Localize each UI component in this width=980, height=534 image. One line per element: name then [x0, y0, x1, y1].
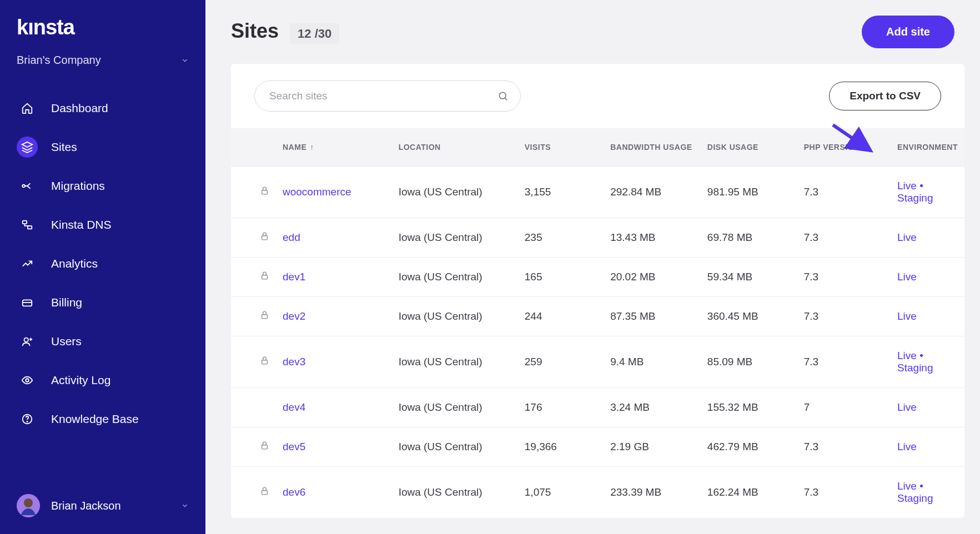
user-menu[interactable]: Brian Jackson — [0, 483, 205, 534]
env-link[interactable]: Live — [897, 180, 917, 192]
col-name[interactable]: NAME↑ — [276, 128, 392, 167]
table-row[interactable]: dev3Iowa (US Central)2599.4 MB85.09 MB7.… — [231, 336, 964, 388]
site-link[interactable]: dev5 — [283, 441, 305, 452]
site-link[interactable]: woocommerce — [283, 186, 351, 198]
col-php[interactable]: PHP VERSION — [797, 128, 891, 167]
env-link[interactable]: Live — [897, 310, 917, 322]
cell-name: woocommerce — [276, 167, 392, 218]
sidebar-item-dashboard[interactable]: Dashboard — [0, 89, 205, 128]
env-link[interactable]: Staging — [897, 492, 933, 504]
sidebar-item-label: Dashboard — [51, 102, 108, 115]
cell-php: 7.3 — [797, 167, 891, 218]
sidebar-item-label: Analytics — [51, 257, 98, 270]
logo-text: kınsta — [17, 16, 189, 39]
svg-line-15 — [505, 98, 507, 100]
site-link[interactable]: edd — [283, 231, 300, 243]
cell-env: Live • Staging — [891, 467, 964, 518]
env-link[interactable]: Staging — [897, 192, 933, 204]
sidebar-item-analytics[interactable]: Analytics — [0, 244, 205, 283]
site-link[interactable]: dev3 — [283, 356, 305, 367]
chevron-down-icon — [181, 57, 189, 64]
cell-location: Iowa (US Central) — [392, 467, 518, 518]
company-selector[interactable]: Brian's Company — [0, 49, 205, 83]
cell-bandwidth: 13.43 MB — [604, 218, 701, 258]
site-link[interactable]: dev4 — [283, 401, 305, 413]
col-location[interactable]: LOCATION — [392, 128, 518, 167]
cell-visits: 19,366 — [518, 427, 604, 467]
merge-icon — [21, 180, 33, 192]
sidebar-item-billing[interactable]: Billing — [0, 283, 205, 322]
cell-name: dev2 — [276, 297, 392, 336]
svg-rect-4 — [23, 300, 32, 306]
cell-php: 7.3 — [797, 297, 891, 336]
svg-rect-19 — [262, 315, 268, 319]
dns-icon — [21, 219, 33, 231]
cell-env: Live — [891, 258, 964, 297]
sidebar-item-knowledge[interactable]: Knowledge Base — [0, 400, 205, 439]
env-link[interactable]: Staging — [897, 362, 933, 374]
env-link[interactable]: Live — [897, 401, 917, 413]
cell-location: Iowa (US Central) — [392, 336, 518, 388]
table-row[interactable]: dev5Iowa (US Central)19,3662.19 GB462.79… — [231, 427, 964, 467]
cell-bandwidth: 3.24 MB — [604, 388, 701, 427]
svg-rect-21 — [262, 445, 268, 449]
env-link[interactable]: Live — [897, 441, 917, 452]
site-link[interactable]: dev1 — [283, 271, 305, 283]
col-disk[interactable]: DISK USAGE — [701, 128, 797, 167]
cell-name: dev1 — [276, 258, 392, 297]
col-lock — [231, 128, 276, 167]
env-link[interactable]: Live — [897, 271, 917, 283]
cell-env: Live • Staging — [891, 336, 964, 388]
svg-rect-20 — [262, 360, 268, 364]
svg-rect-16 — [262, 190, 268, 194]
site-link[interactable]: dev6 — [283, 486, 305, 498]
cell-env: Live • Staging — [891, 167, 964, 218]
sidebar-item-sites[interactable]: Sites — [0, 128, 205, 167]
cell-visits: 259 — [518, 336, 604, 388]
table-row[interactable]: eddIowa (US Central)23513.43 MB69.78 MB7… — [231, 218, 964, 258]
site-link[interactable]: dev2 — [283, 310, 305, 322]
avatar — [17, 494, 40, 517]
cell-name: dev3 — [276, 336, 392, 388]
sites-card: Export to CSV NAME↑ LOCATION VISITS BAND… — [231, 64, 964, 518]
col-visits[interactable]: VISITS — [518, 128, 604, 167]
cell-disk: 360.45 MB — [701, 297, 797, 336]
sidebar-item-users[interactable]: Users — [0, 322, 205, 361]
col-bandwidth[interactable]: BANDWIDTH USAGE — [604, 128, 701, 167]
cell-lock — [231, 218, 276, 258]
svg-rect-2 — [23, 221, 27, 224]
cell-visits: 165 — [518, 258, 604, 297]
search-input[interactable] — [254, 80, 521, 112]
col-environment[interactable]: ENVIRONMENT — [891, 128, 964, 167]
table-row[interactable]: dev2Iowa (US Central)24487.35 MB360.45 M… — [231, 297, 964, 336]
sort-asc-icon: ↑ — [310, 143, 314, 152]
sidebar-item-migrations[interactable]: Migrations — [0, 167, 205, 205]
env-link[interactable]: Live — [897, 231, 917, 243]
table-row[interactable]: dev1Iowa (US Central)16520.02 MB59.34 MB… — [231, 258, 964, 297]
table-row[interactable]: woocommerceIowa (US Central)3,155292.84 … — [231, 167, 964, 218]
export-csv-button[interactable]: Export to CSV — [829, 82, 941, 110]
cell-lock — [231, 167, 276, 218]
cell-php: 7.3 — [797, 427, 891, 467]
cell-disk: 155.32 MB — [701, 388, 797, 427]
env-link[interactable]: Live — [897, 480, 917, 492]
table-row[interactable]: dev6Iowa (US Central)1,075233.39 MB162.2… — [231, 467, 964, 518]
cell-name: edd — [276, 218, 392, 258]
add-site-button[interactable]: Add site — [862, 16, 954, 48]
nav: Dashboard Sites Migrations Kinsta DNS An… — [0, 83, 205, 439]
cell-bandwidth: 9.4 MB — [604, 336, 701, 388]
cell-env: Live — [891, 218, 964, 258]
cell-php: 7 — [797, 388, 891, 427]
cell-bandwidth: 292.84 MB — [604, 167, 701, 218]
sidebar-item-label: Sites — [51, 140, 77, 154]
cell-visits: 176 — [518, 388, 604, 427]
sidebar-item-dns[interactable]: Kinsta DNS — [0, 205, 205, 244]
env-link[interactable]: Live — [897, 350, 917, 361]
table-row[interactable]: dev4Iowa (US Central)1763.24 MB155.32 MB… — [231, 388, 964, 427]
sidebar-item-activity[interactable]: Activity Log — [0, 361, 205, 400]
cell-disk: 59.34 MB — [701, 258, 797, 297]
company-name: Brian's Company — [17, 54, 101, 67]
cell-visits: 235 — [518, 218, 604, 258]
sites-table: NAME↑ LOCATION VISITS BANDWIDTH USAGE DI… — [231, 128, 964, 518]
svg-rect-18 — [262, 275, 268, 279]
